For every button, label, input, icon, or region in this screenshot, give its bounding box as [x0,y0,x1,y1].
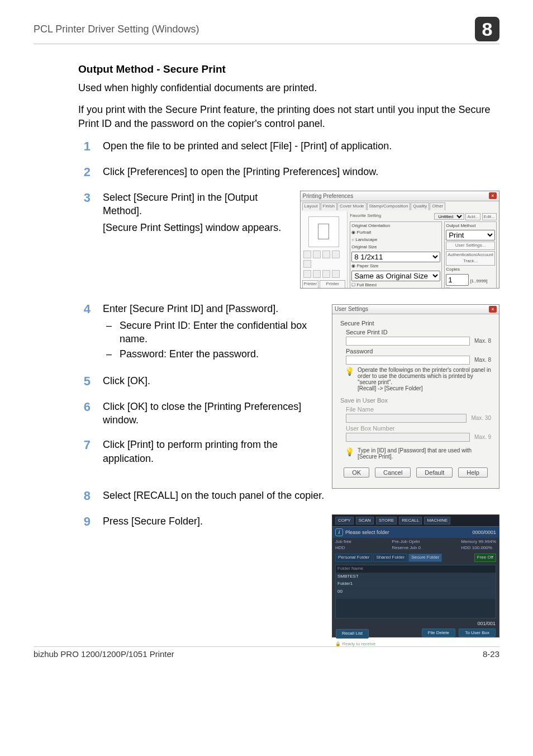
tab[interactable]: Cover Mode [337,202,367,210]
field-label: Secure Print ID [346,329,491,336]
paper-sheet-icon [318,224,329,239]
info-icon: i [335,528,343,536]
output-method-select[interactable]: Print [446,230,495,240]
orig-size-select[interactable]: 8 1/2x11 [351,252,440,262]
header-rule [34,44,499,44]
copies-label: Copies [446,267,495,273]
to-user-box-button[interactable]: To User Box [459,629,496,637]
max-hint: Max. 9 [474,434,491,440]
paper-size-select[interactable]: Same as Original Size [351,271,440,281]
collate-check[interactable]: Collate [451,287,465,289]
intro-paragraph-1: Used when highly confidential documents … [78,81,499,95]
step-subtext: [Secure Print Settings] window appears. [103,221,293,234]
edit-button[interactable]: Edit... [482,213,497,220]
password-input[interactable] [346,356,470,365]
meta-value: 100.000% [472,545,492,550]
help-button[interactable]: Help [458,467,488,478]
max-hint: Max. 8 [474,338,491,344]
list-item[interactable]: 00 [336,588,496,596]
group-label: Secure Print [340,320,491,327]
copies-input[interactable] [446,274,469,286]
folder-tab[interactable]: Secure Folder [408,554,442,562]
meta-label: Job free [335,539,351,544]
favorite-label: Favorite Setting [350,213,381,220]
meta-label: Pre-Job Oprtn [392,539,420,544]
step-number: 5 [78,374,91,389]
folder-tab[interactable]: Personal Folder [335,554,372,562]
favorite-select[interactable]: Untitled [434,213,464,220]
box-number-input [346,433,470,442]
panel-tab[interactable]: RECALL [399,517,422,525]
paper-preview [308,216,339,247]
copier-touch-panel: COPY SCAN STORE RECALL MACHINE i [332,514,499,637]
page-header-title: PCL Printer Driver Setting (Windows) [34,23,199,35]
panel-tab[interactable]: SCAN [356,517,374,525]
dialog-title: User Settings [335,306,368,312]
secure-id-input[interactable] [346,337,470,346]
field-label: File Name [346,406,491,413]
close-icon[interactable]: × [489,306,497,313]
counter: 0000/0001 [472,529,496,536]
landscape-radio[interactable]: Landscape [355,237,377,242]
step-text: Enter [Secure Print ID] and [Password]. [103,302,325,315]
intro-paragraph-2: If you print with the Secure Print featu… [78,103,499,131]
step-number: 2 [78,165,91,179]
cancel-button[interactable]: Cancel [375,467,411,478]
recall-list-button[interactable]: Recall List [336,629,369,639]
output-method-label: Output Method [446,223,495,229]
preview-icon-row [303,270,345,278]
full-bleed-check[interactable]: Full Bleed [356,282,377,287]
panel-tab[interactable]: STORE [376,517,397,525]
tab[interactable]: Layout [302,202,320,210]
default-button[interactable]: Default [416,467,453,478]
field-label: Password [346,348,491,355]
folder-tab[interactable]: Shared Folder [373,554,407,562]
add-button[interactable]: Add... [465,213,480,220]
step-text: Press [Secure Folder]. [103,514,325,528]
lightbulb-icon: 💡 [345,447,354,456]
section-title: Output Method - Secure Print [78,63,499,75]
printer-view-button[interactable]: Printer View [302,280,319,289]
group-label: Save in User Box [340,397,491,404]
tip-text: Type in [ID] and [Password] that are use… [358,447,491,460]
list-item[interactable]: Folder1 [336,580,496,588]
tab[interactable]: Other [430,202,445,210]
copies-range: [1..9999] [470,278,487,284]
preview-icon-row [303,251,345,268]
page-indicator: 001/001 [477,620,496,627]
step-text: Select [RECALL] on the touch panel of th… [103,489,499,503]
printing-preferences-dialog: Printing Preferences × Layout Finish Cov… [300,191,499,289]
step-text: Click [Print] to perform printing from t… [103,438,325,465]
footer-page-number: 8-23 [483,649,499,659]
step-text: Open the file to be printed and select [… [103,139,499,154]
printer-info-button[interactable]: Printer Information [320,280,345,289]
meta-value: 99.994% [478,539,496,544]
list-item[interactable] [336,597,496,599]
step-text: Click [OK]. [103,374,325,389]
list-header: Folder Name [336,565,496,573]
dialog-title: Printing Preferences [303,192,354,200]
panel-tab[interactable]: MACHINE [424,517,450,525]
step-number: 1 [78,139,91,154]
free-off-button[interactable]: Free Off [474,554,496,562]
user-settings-button[interactable]: User Settings... [446,242,495,250]
meta-label: Reserve Job 0 [392,545,421,550]
step-number: 6 [78,400,91,427]
tab[interactable]: Stamp/Composition [367,202,411,210]
portrait-radio[interactable]: Portrait [356,230,371,235]
max-hint: Max. 30 [471,415,491,421]
max-hint: Max. 8 [474,357,491,363]
tip-path: [Recall] -> [Secure Folder] [358,385,491,391]
file-delete-button[interactable]: File Delete [422,629,455,637]
ok-button[interactable]: OK [344,467,369,478]
tab[interactable]: Quality [411,202,429,210]
panel-tab[interactable]: COPY [335,517,354,525]
tab[interactable]: Finish [321,202,337,210]
close-icon[interactable]: × [489,192,497,199]
step-text: Click [OK] to close the [Printing Prefer… [103,400,325,427]
list-item[interactable]: SMBTEST [336,573,496,580]
auth-button[interactable]: Authentication/Account Track... [446,251,495,266]
step-number: 8 [78,489,91,503]
step-text: Click [Preferences] to open the [Printin… [103,165,499,179]
file-name-input [346,414,467,423]
